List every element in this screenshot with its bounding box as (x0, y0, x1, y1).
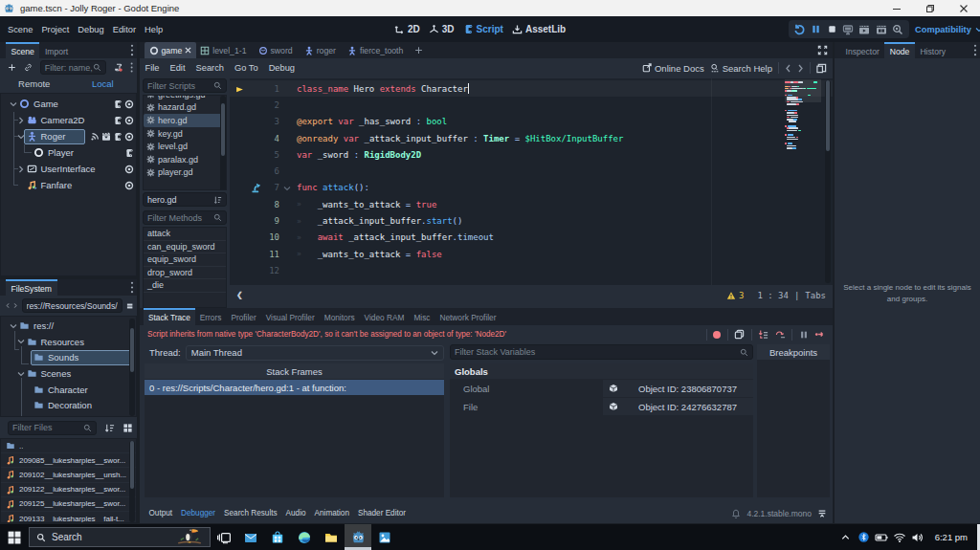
current-script-field[interactable]: hero.gd (143, 192, 227, 207)
file-item[interactable]: 209085__lukesharples__swor... (1, 453, 136, 468)
close-button[interactable] (947, 0, 980, 16)
bluetooth-icon[interactable] (855, 524, 873, 550)
debugger-tab[interactable]: Misc (409, 308, 434, 325)
fs-sort-icon[interactable] (104, 423, 115, 433)
code-line-1[interactable]: 1class_name Hero extends Character (230, 80, 833, 97)
bottom-bar-item[interactable]: Audio (281, 509, 310, 517)
menu-debug[interactable]: Debug (74, 25, 108, 34)
bottom-bar-item[interactable]: Search Results (220, 509, 282, 517)
filter-scripts-input[interactable]: Filter Scripts (143, 78, 227, 93)
code-line-2[interactable]: 2 (230, 97, 833, 113)
instance-scene-button[interactable] (24, 62, 33, 73)
step-into-icon[interactable] (758, 329, 768, 340)
play-scene-button[interactable] (858, 24, 870, 35)
script-menu-file[interactable]: File (140, 63, 165, 73)
fs-tree-folder[interactable]: Character (1, 382, 136, 398)
break-record-icon[interactable] (713, 331, 721, 339)
stack-frame-row[interactable]: 0 - res://Scripts/Character/hero.gd:1 - … (145, 380, 444, 395)
code-scrollbar[interactable] (825, 80, 831, 283)
code-line-12[interactable]: 12 (230, 262, 833, 278)
bottom-bar-item[interactable]: Debugger (177, 509, 220, 517)
debugger-tab[interactable]: Monitors (320, 308, 360, 325)
method-item[interactable]: _die (144, 279, 226, 293)
bottom-bar-item[interactable]: Output (145, 509, 177, 517)
tab-scene[interactable]: Scene (6, 42, 39, 58)
filter-methods-input[interactable]: Filter Methods (143, 210, 227, 225)
menu-help[interactable]: Help (141, 25, 167, 34)
tab-inspector[interactable]: Inspector (840, 42, 884, 58)
warning-count[interactable]: 3 (726, 291, 744, 300)
workspace-script[interactable]: Script (463, 24, 503, 34)
notifications-bell-icon[interactable] (731, 509, 741, 518)
scene-tree-node[interactable]: Game (1, 96, 136, 112)
workspace-3d[interactable]: 3D (429, 24, 455, 34)
method-item[interactable]: equip_sword (144, 253, 226, 267)
start-button[interactable] (0, 524, 29, 550)
fs-tree-scrollbar[interactable] (129, 319, 135, 416)
script-panel-toggle-icon[interactable] (816, 63, 827, 74)
online-docs-button[interactable]: Online Docs (642, 63, 704, 74)
pause-button[interactable] (811, 24, 821, 34)
file-item[interactable]: 209133__lukesharples__fall-t... (1, 512, 136, 523)
code-line-7[interactable]: 7func attack(): (230, 180, 833, 196)
code-line-9[interactable]: 9»_attack_input_buffer.start() (230, 212, 833, 229)
mail-app-icon[interactable] (237, 524, 264, 550)
script-menu-goto[interactable]: Go To (229, 63, 263, 73)
new-tab-button[interactable] (411, 42, 428, 58)
stop-button[interactable] (827, 24, 837, 34)
script-item[interactable]: level.gd (144, 140, 226, 153)
fs-tree-folder[interactable]: Sounds (1, 350, 136, 366)
debugger-tab[interactable]: Video RAM (360, 308, 410, 325)
menu-scene[interactable]: Scene (4, 25, 37, 34)
indent-type[interactable]: Tabs (805, 291, 826, 300)
script-menu-debug[interactable]: Debug (263, 63, 300, 73)
menu-editor[interactable]: Editor (108, 25, 140, 34)
scene-tree-menu-icon[interactable] (130, 61, 133, 74)
workspace-assetlib[interactable]: AssetLib (512, 24, 566, 34)
step-over-icon[interactable] (775, 329, 786, 340)
file-item[interactable]: 209125__lukesharples__swor... (1, 497, 136, 512)
code-line-4[interactable]: 4@onready var _attack_input_buffer : Tim… (230, 130, 833, 146)
debugger-tab[interactable]: Stack Trace (144, 308, 195, 325)
edge-app-icon[interactable] (291, 524, 318, 550)
script-menu-search[interactable]: Search (190, 63, 229, 73)
store-app-icon[interactable] (264, 524, 291, 550)
code-editor[interactable]: 1class_name Hero extends Character23@exp… (230, 78, 833, 285)
renderer-dropdown[interactable]: Compatibility (915, 16, 980, 42)
method-item[interactable]: drop_sword (144, 267, 226, 280)
volume-icon[interactable] (909, 524, 927, 550)
method-item[interactable]: attack (144, 228, 226, 241)
variable-row[interactable]: File Object ID: 24276632787 (450, 398, 753, 415)
method-item[interactable]: can_equip_sword (144, 241, 226, 254)
remote-debug-icon[interactable] (842, 24, 854, 35)
bottom-bar-item[interactable]: Animation (310, 509, 353, 517)
fs-tree-folder[interactable]: Scenes (1, 365, 136, 382)
scene-tree-node[interactable]: Roger (1, 128, 136, 144)
wifi-icon[interactable] (891, 524, 909, 550)
tab-history[interactable]: History (915, 42, 951, 58)
photos-app-icon[interactable] (371, 524, 398, 550)
thread-dropdown[interactable]: Main Thread (186, 345, 444, 361)
tab-import[interactable]: Import (39, 42, 73, 58)
fs-tree-folder[interactable]: Resources (1, 334, 136, 350)
fold-chevron-icon[interactable] (283, 185, 291, 192)
code-line-3[interactable]: 3@export var _has_sword : bool (230, 114, 833, 130)
scripts-panel-collapse-icon[interactable]: ❮ (236, 291, 243, 299)
clock[interactable]: 6:21 pm (935, 532, 968, 542)
debugger-tab[interactable]: Visual Profiler (261, 308, 320, 325)
fs-back-icon[interactable] (6, 301, 10, 310)
debugger-tab[interactable]: Errors (195, 308, 227, 325)
menu-project[interactable]: Project (37, 25, 74, 34)
fs-forward-icon[interactable] (13, 301, 17, 310)
file-item[interactable]: .. (1, 439, 136, 453)
right-dock-menu-icon[interactable] (973, 44, 977, 56)
fs-thumbnail-toggle-icon[interactable] (122, 423, 133, 433)
local-toggle[interactable]: Local (69, 77, 138, 93)
copy-error-icon[interactable] (734, 329, 745, 340)
tray-expand-icon[interactable] (836, 524, 855, 550)
close-tab-icon[interactable] (185, 47, 191, 54)
taskbar-search-box[interactable]: Search (29, 527, 211, 547)
tab-node[interactable]: Node (884, 42, 915, 58)
script-item[interactable]: hazard.gd (144, 101, 226, 115)
history-forward-icon[interactable] (797, 64, 804, 73)
